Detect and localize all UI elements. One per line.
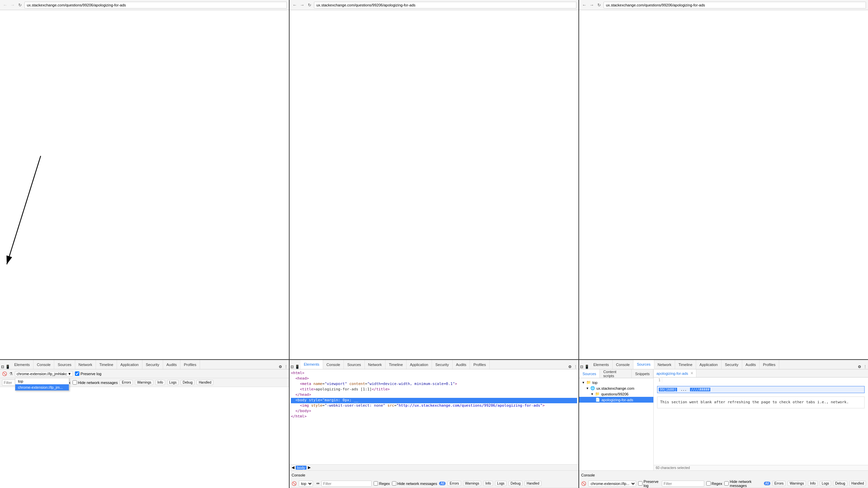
tab-console-3[interactable]: Console — [613, 360, 633, 369]
refresh-button-1[interactable]: ↻ — [17, 2, 23, 8]
preserve-log-label-1[interactable]: Preserve log — [75, 371, 101, 376]
info-btn-1[interactable]: Info — [155, 380, 165, 385]
tree-item-folder-3[interactable]: ▼ 📁 questions/99206 — [579, 391, 653, 397]
handled-btn-2[interactable]: Handled — [525, 481, 541, 486]
tab-profiles-3[interactable]: Profiles — [760, 360, 779, 369]
regex-checkbox-3[interactable] — [706, 481, 711, 486]
code-line-6[interactable]: <body style="margin: 0px; __ — [291, 398, 577, 403]
debug-btn-3[interactable]: Debug — [833, 481, 847, 486]
back-button-1[interactable]: ← — [2, 2, 8, 8]
hide-network-label-2[interactable]: Hide network messages — [392, 481, 437, 486]
handled-btn-1[interactable]: Handled — [197, 380, 213, 385]
inspect-icon-3[interactable]: ⊡ — [579, 364, 584, 369]
url-bar-2[interactable] — [314, 2, 576, 8]
forward-button-2[interactable]: → — [299, 2, 305, 8]
debug-btn-1[interactable]: Debug — [181, 380, 195, 385]
regex-label-3[interactable]: Regex — [706, 481, 723, 486]
dropdown-item-ext-1[interactable]: chrome-extension://lp_jm... — [15, 384, 69, 390]
sources-subtab-content-scripts-3[interactable]: Content scripts — [600, 369, 632, 378]
dropdown-item-top-1[interactable]: top — [15, 378, 69, 384]
preserve-log-checkbox-1[interactable] — [75, 371, 79, 376]
hide-network-label-3[interactable]: Hide network messages — [724, 480, 762, 488]
back-button-3[interactable]: ← — [581, 2, 587, 8]
tab-console-1[interactable]: Console — [34, 360, 54, 369]
sources-subtab-sources-3[interactable]: Sources — [579, 369, 600, 378]
device-icon-1[interactable]: 📱 — [5, 364, 10, 369]
device-icon-3[interactable]: 📱 — [585, 364, 589, 369]
tab-application-2[interactable]: Application — [407, 360, 432, 369]
errors-btn-1[interactable]: Errors — [120, 380, 133, 385]
tree-item-top-3[interactable]: ▼ 📁 top — [579, 380, 653, 385]
tab-profiles-2[interactable]: Profiles — [470, 360, 490, 369]
url-bar-3[interactable] — [604, 2, 866, 8]
tab-security-1[interactable]: Security — [142, 360, 163, 369]
errors-btn-2[interactable]: Errors — [448, 481, 461, 486]
tab-application-3[interactable]: Application — [696, 360, 722, 369]
filter-input-3[interactable] — [662, 481, 704, 487]
tab-timeline-3[interactable]: Timeline — [675, 360, 696, 369]
settings-icon-1[interactable]: ⚙ — [278, 364, 283, 369]
tab-application-1[interactable]: Application — [117, 360, 142, 369]
tab-network-1[interactable]: Network — [75, 360, 96, 369]
errors-btn-3[interactable]: Errors — [772, 481, 786, 486]
tree-item-file-3[interactable]: 📄 apologizing-for-ads — [579, 397, 653, 403]
tab-elements-2[interactable]: Elements — [300, 360, 323, 369]
tab-sources-1[interactable]: Sources — [54, 360, 75, 369]
filter-icon-1[interactable]: ⚗ — [9, 371, 13, 376]
tab-profiles-1[interactable]: Profiles — [180, 360, 200, 369]
tab-security-3[interactable]: Security — [722, 360, 742, 369]
filter-input-2[interactable] — [321, 481, 372, 487]
file-tab-apologizing-3[interactable]: apologizing-for-ads ✕ — [654, 369, 696, 377]
tab-timeline-1[interactable]: Timeline — [96, 360, 117, 369]
clear-icon-3[interactable]: 🚫 — [581, 481, 586, 486]
settings-icon-3[interactable]: ⚙ — [857, 364, 862, 369]
forward-button-1[interactable]: → — [9, 2, 16, 8]
logs-btn-1[interactable]: Logs — [167, 380, 179, 385]
more-icon-2[interactable]: ⋮ — [573, 364, 578, 369]
tab-timeline-2[interactable]: Timeline — [386, 360, 407, 369]
more-icon-1[interactable]: ⋮ — [283, 364, 288, 369]
tab-network-3[interactable]: Network — [654, 360, 675, 369]
device-icon-2[interactable]: 📱 — [295, 364, 300, 369]
logs-btn-2[interactable]: Logs — [495, 481, 507, 486]
hide-network-checkbox-1[interactable] — [73, 380, 77, 385]
context-select-2[interactable]: top — [299, 481, 313, 487]
tab-elements-1[interactable]: Elements — [11, 360, 34, 369]
inspect-icon-1[interactable]: ⊡ — [0, 364, 5, 369]
back-button-2[interactable]: ← — [292, 2, 298, 8]
file-tab-close-icon-3[interactable]: ✕ — [690, 371, 693, 375]
tab-sources-3[interactable]: Sources — [633, 360, 654, 369]
context-select-3[interactable]: chrome-extension://lp... — [588, 481, 636, 487]
tab-audits-1[interactable]: Audits — [163, 360, 181, 369]
tree-item-domain-3[interactable]: ▼ 🌐 ux.stackexchange.com — [579, 385, 653, 391]
clear-icon-2[interactable]: 🚫 — [292, 481, 297, 486]
clear-console-icon-1[interactable]: 🚫 — [2, 371, 7, 376]
settings-icon-2[interactable]: ⚙ — [568, 364, 572, 369]
forward-button-3[interactable]: → — [589, 2, 595, 8]
tab-audits-3[interactable]: Audits — [742, 360, 760, 369]
context-dropdown-1[interactable]: chrome-extension://lp_jmhlakc ▼ top chro… — [15, 371, 73, 377]
info-btn-2[interactable]: Info — [483, 481, 493, 486]
preserve-log-label-3[interactable]: Preserve log — [638, 480, 660, 488]
info-btn-3[interactable]: Info — [808, 481, 818, 486]
logs-btn-3[interactable]: Logs — [820, 481, 831, 486]
regex-checkbox-2[interactable] — [374, 481, 378, 486]
refresh-button-2[interactable]: ↻ — [307, 2, 313, 8]
refresh-button-3[interactable]: ↻ — [596, 2, 602, 8]
tab-audits-2[interactable]: Audits — [453, 360, 470, 369]
hide-network-checkbox-2[interactable] — [392, 481, 396, 486]
hide-network-label-1[interactable]: Hide network messages — [73, 380, 118, 385]
handled-btn-3[interactable]: Handled — [849, 481, 866, 486]
sources-subtab-snippets-3[interactable]: Snippets — [632, 369, 653, 378]
inspect-icon-2[interactable]: ⊡ — [290, 364, 294, 369]
tab-sources-2[interactable]: Sources — [344, 360, 364, 369]
preserve-log-checkbox-3[interactable] — [638, 481, 643, 486]
warnings-btn-1[interactable]: Warnings — [135, 380, 153, 385]
warnings-btn-3[interactable]: Warnings — [788, 481, 806, 486]
tab-elements-3[interactable]: Elements — [590, 360, 613, 369]
warnings-btn-2[interactable]: Warnings — [463, 481, 481, 486]
tab-network-2[interactable]: Network — [365, 360, 386, 369]
url-bar-1[interactable] — [24, 2, 287, 8]
tab-security-2[interactable]: Security — [432, 360, 453, 369]
hide-network-checkbox-3[interactable] — [724, 481, 729, 486]
